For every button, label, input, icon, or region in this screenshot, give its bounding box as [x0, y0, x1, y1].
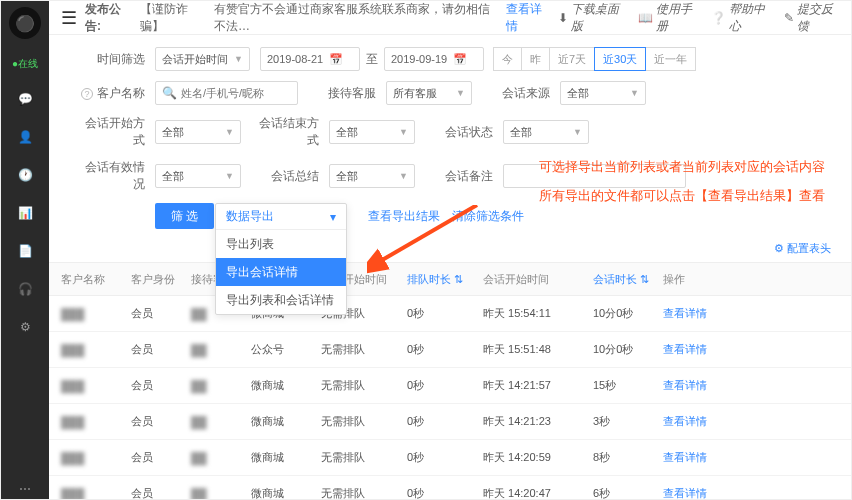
cell-start: 昨天 14:21:57: [483, 378, 593, 393]
stats-icon[interactable]: 📊: [15, 203, 35, 223]
th-session-dur[interactable]: 会话时长 ⇅: [593, 272, 663, 287]
start-select[interactable]: 全部▼: [155, 120, 241, 144]
view-detail-link[interactable]: 查看详情: [663, 450, 727, 465]
cell-start: 昨天 14:20:47: [483, 486, 593, 499]
th-session-start[interactable]: 会话开始时间: [483, 272, 593, 287]
th-name[interactable]: 客户名称: [61, 272, 131, 287]
notice-tag: 【谨防诈骗】: [140, 1, 206, 35]
export-detail[interactable]: 导出会话详情: [216, 258, 346, 286]
cell-source: 公众号: [251, 342, 321, 357]
date-from[interactable]: 2019-08-21📅: [260, 47, 360, 71]
time-filter-select[interactable]: 会话开始时间▼: [155, 47, 250, 71]
view-results-link[interactable]: 查看导出结果: [368, 208, 440, 225]
name-search[interactable]: 🔍: [155, 81, 298, 105]
view-detail-link[interactable]: 查看详情: [663, 486, 727, 499]
export-dropdown: 数据导出▾ 导出列表 导出会话详情 导出列表和会话详情: [215, 203, 347, 315]
cell-identity: 会员: [131, 378, 191, 393]
feedback-link[interactable]: ✎ 提交反馈: [784, 1, 839, 35]
filter-button[interactable]: 筛 选: [155, 203, 214, 229]
clock-icon[interactable]: 🕐: [15, 165, 35, 185]
cell-start: 昨天 14:20:59: [483, 450, 593, 465]
th-queue-dur[interactable]: 排队时长 ⇅: [407, 272, 483, 287]
agent-select[interactable]: 所有客服▼: [386, 81, 472, 105]
download-link[interactable]: ⬇ 下载桌面版: [558, 1, 624, 35]
topbar: ☰ 发布公告: 【谨防诈骗】 有赞官方不会通过商家客服系统联系商家，请勿相信不法…: [49, 1, 851, 35]
menu-icon[interactable]: ☰: [61, 7, 77, 29]
valid-label: 会话有效情况: [77, 159, 145, 193]
cell-agent: ██: [191, 488, 251, 500]
th-identity[interactable]: 客户身份: [131, 272, 191, 287]
status-select[interactable]: 全部▼: [503, 120, 589, 144]
cell-start: 昨天 15:51:48: [483, 342, 593, 357]
range-yesterday[interactable]: 昨: [521, 47, 550, 71]
remark-input[interactable]: [503, 164, 686, 188]
cell-agent: ██: [191, 452, 251, 464]
date-to[interactable]: 2019-09-19📅: [384, 47, 484, 71]
cell-source: 微商城: [251, 414, 321, 429]
cell-identity: 会员: [131, 342, 191, 357]
view-detail-link[interactable]: 查看详情: [663, 306, 727, 321]
table-row: ███会员██微商城无需排队0秒昨天 14:21:5715秒查看详情: [49, 368, 851, 404]
agent-label: 接待客服: [308, 85, 376, 102]
cell-queue: 无需排队: [321, 342, 407, 357]
cell-queue: 无需排队: [321, 414, 407, 429]
cell-qdur: 0秒: [407, 342, 483, 357]
app-logo: ⚫: [9, 7, 41, 39]
cell-dur: 15秒: [593, 378, 663, 393]
headset-icon[interactable]: 🎧: [15, 279, 35, 299]
range-30d[interactable]: 近30天: [594, 47, 646, 71]
cell-dur: 3秒: [593, 414, 663, 429]
range-1y[interactable]: 近一年: [645, 47, 696, 71]
status-label: 会话状态: [425, 124, 493, 141]
view-detail-link[interactable]: 查看详情: [663, 342, 727, 357]
export-trigger[interactable]: 数据导出▾: [216, 204, 346, 230]
table-row: ███会员██微商城无需排队0秒昨天 14:20:598秒查看详情: [49, 440, 851, 476]
doc-icon[interactable]: 📄: [15, 241, 35, 261]
cell-dur: 10分0秒: [593, 306, 663, 321]
range-7d[interactable]: 近7天: [549, 47, 595, 71]
cell-queue: 无需排队: [321, 450, 407, 465]
users-icon[interactable]: 👤: [15, 127, 35, 147]
cell-qdur: 0秒: [407, 414, 483, 429]
valid-select[interactable]: 全部▼: [155, 164, 241, 188]
source-label: 会话来源: [482, 85, 550, 102]
cell-qdur: 0秒: [407, 486, 483, 499]
manual-link[interactable]: 📖 使用手册: [638, 1, 697, 35]
config-header-button[interactable]: ⚙ 配置表头: [774, 241, 831, 256]
chat-icon[interactable]: 💬: [15, 89, 35, 109]
cell-agent: ██: [191, 380, 251, 392]
view-detail-link[interactable]: 查看详情: [663, 414, 727, 429]
cell-dur: 10分0秒: [593, 342, 663, 357]
table-row: ███会员██微商城无需排队0秒昨天 14:20:476秒查看详情: [49, 476, 851, 499]
range-today[interactable]: 今: [493, 47, 522, 71]
more-icon[interactable]: ⋯: [15, 479, 35, 499]
summary-select[interactable]: 全部▼: [329, 164, 415, 188]
top-links: ⬇ 下载桌面版 📖 使用手册 ❔ 帮助中心 ✎ 提交反馈: [558, 1, 839, 35]
online-status[interactable]: ●在线: [12, 57, 38, 71]
gear-icon[interactable]: ⚙: [15, 317, 35, 337]
sidebar: ⚫ ●在线 💬 👤 🕐 📊 📄 🎧 ⚙ ⋯: [1, 1, 49, 499]
quick-range: 今 昨 近7天 近30天 近一年: [494, 47, 696, 71]
filter-panel: 时间筛选 会话开始时间▼ 2019-08-21📅 至 2019-09-19📅 今…: [49, 35, 851, 237]
view-detail-link[interactable]: 查看详情: [663, 378, 727, 393]
cell-name: ███: [61, 308, 131, 320]
notice-prefix: 发布公告:: [85, 1, 132, 35]
end-select[interactable]: 全部▼: [329, 120, 415, 144]
remark-label: 会话备注: [425, 168, 493, 185]
cell-identity: 会员: [131, 306, 191, 321]
export-list[interactable]: 导出列表: [216, 230, 346, 258]
time-filter-label: 时间筛选: [77, 51, 145, 68]
cell-start: 昨天 14:21:23: [483, 414, 593, 429]
cell-identity: 会员: [131, 486, 191, 499]
help-link[interactable]: ❔ 帮助中心: [711, 1, 770, 35]
export-both[interactable]: 导出列表和会话详情: [216, 286, 346, 314]
name-label: ?客户名称: [77, 85, 145, 102]
session-table: 客户名称 客户身份 接待客服 会话来源 排队开始时间 排队时长 ⇅ 会话开始时间…: [49, 262, 851, 499]
notice-link[interactable]: 查看详情: [506, 1, 550, 35]
clear-filters-link[interactable]: 清除筛选条件: [452, 208, 524, 225]
cell-name: ███: [61, 488, 131, 500]
cell-name: ███: [61, 452, 131, 464]
cell-qdur: 0秒: [407, 306, 483, 321]
source-select[interactable]: 全部▼: [560, 81, 646, 105]
name-input[interactable]: [181, 87, 291, 99]
